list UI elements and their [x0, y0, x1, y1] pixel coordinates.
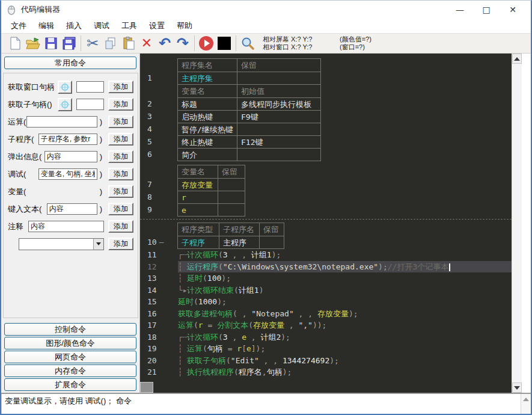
paste-icon[interactable]	[120, 34, 138, 52]
table-cell[interactable]: 多线程同步执行模板	[237, 97, 321, 111]
code-line-content[interactable]: ┆延时(100);	[178, 272, 512, 284]
add-button[interactable]: 添加	[108, 168, 133, 180]
table-cell[interactable]: r	[177, 191, 218, 204]
code-line-content[interactable]: ┆运行程序("C:\Windows\system32\notepad.exe")…	[178, 261, 512, 273]
menu-item-2[interactable]: 编辑	[32, 19, 60, 33]
table-cell[interactable]: 程序类型	[177, 223, 219, 236]
table-cell[interactable]	[237, 123, 321, 136]
table-cell[interactable]	[259, 236, 284, 249]
table-cell[interactable]: 标题	[177, 97, 237, 111]
table-cell[interactable]: 终止热键	[177, 135, 237, 149]
finder-crosshair-icon[interactable]	[58, 81, 72, 94]
table-cell[interactable]: F12键	[237, 135, 321, 149]
menu-item-1[interactable]: 文件	[5, 19, 32, 33]
table-cell[interactable]	[218, 191, 245, 204]
table-cell[interactable]: 简介	[177, 148, 237, 161]
open-file-icon[interactable]	[24, 34, 42, 52]
code-line-content[interactable]: ┆执行线程程序(程序名,句柄);	[178, 366, 512, 378]
code-line-content[interactable]: ┌┄计次循环(3 , e , 计组2);	[178, 331, 512, 343]
add-button[interactable]: 添加	[108, 115, 133, 128]
command-input[interactable]	[38, 134, 97, 145]
code-line-content[interactable]: ┌┄计次循环(3 , , 计组1);	[178, 249, 512, 261]
command-input[interactable]	[47, 203, 97, 215]
run-icon[interactable]	[197, 34, 215, 52]
table-cell[interactable]	[218, 203, 245, 217]
table-cell[interactable]: 暂停/继续热键	[177, 123, 237, 136]
command-input[interactable]	[44, 151, 97, 162]
category-common-commands[interactable]: 常用命令	[4, 57, 136, 69]
menu-item-3[interactable]: 插入	[60, 19, 88, 33]
table-cell[interactable]: 变量名	[177, 165, 218, 179]
horizontal-scrollbar-thumb[interactable]	[140, 382, 153, 393]
add-button[interactable]: 添加	[108, 150, 133, 163]
command-input[interactable]	[28, 221, 104, 232]
debug-scrollbar[interactable]	[521, 394, 531, 414]
save-icon[interactable]	[42, 34, 60, 52]
add-button[interactable]: 添加	[108, 133, 133, 146]
copy-icon[interactable]	[102, 34, 120, 52]
table-cell[interactable]: 子程序	[177, 236, 219, 249]
add-button[interactable]: 添加	[108, 220, 133, 233]
table-cell[interactable]	[218, 178, 245, 191]
save-all-icon[interactable]	[60, 34, 78, 52]
dropdown-arrow-icon[interactable]	[93, 239, 103, 250]
close-button[interactable]: ✕	[500, 2, 526, 17]
maximize-button[interactable]: □	[473, 2, 500, 17]
code-line-content[interactable]: 获取多进程句柄( , "Notepad" , , 存放变量);	[178, 308, 512, 320]
finder-crosshair-icon[interactable]	[58, 98, 72, 111]
code-line-content[interactable]: 延时(1000);	[178, 296, 512, 308]
undo-icon[interactable]: ↶	[156, 34, 174, 52]
table-cell[interactable]	[237, 148, 321, 161]
stop-icon[interactable]	[215, 34, 233, 52]
table-cell[interactable]: 初始值	[237, 84, 321, 98]
redo-icon[interactable]: ↷	[174, 34, 192, 52]
code-line-content[interactable]: ┆运算(句柄 = r[e]);	[178, 343, 512, 355]
category-button-2[interactable]: 图形/颜色命令	[4, 337, 136, 349]
table-cell[interactable]: 存放变量	[177, 178, 218, 191]
table-cell[interactable]	[237, 72, 321, 85]
code-editor[interactable]: 程序集名保留1主程序集变量名初始值2标题多线程同步执行模板3启动热键F9键4暂停…	[140, 54, 512, 393]
table-cell[interactable]: F9键	[237, 110, 321, 123]
table-cell[interactable]: 保留	[259, 223, 284, 236]
code-line-content[interactable]: └▸计次循环结束(计组1)	[178, 284, 512, 297]
delete-icon[interactable]: ✕	[138, 34, 156, 52]
command-input[interactable]	[76, 81, 104, 93]
table-cell[interactable]: 主程序	[219, 236, 260, 249]
add-button[interactable]: 添加	[108, 185, 133, 198]
search-icon[interactable]	[239, 34, 257, 52]
editor-vertical-scrollbar[interactable]	[512, 54, 522, 393]
line-number: 20	[140, 355, 178, 367]
add-button[interactable]: 添加	[108, 203, 133, 215]
command-dropdown[interactable]	[19, 238, 104, 250]
command-input[interactable]	[38, 168, 97, 180]
cut-icon[interactable]: ✂	[84, 34, 102, 52]
add-button[interactable]: 添加	[108, 238, 133, 250]
category-button-5[interactable]: 扩展命令	[4, 378, 136, 391]
code-line-content[interactable]: 运算(r = 分割文本(存放变量 , ","));	[178, 319, 512, 331]
table-cell[interactable]: 保留	[218, 165, 245, 179]
table-cell[interactable]: 子程序名	[219, 223, 260, 236]
menu-item-4[interactable]: 调试	[88, 19, 115, 33]
category-button-3[interactable]: 网页命令	[4, 351, 136, 363]
code-line-content[interactable]: ┆获取子句柄("Edit" , , 1344274692);	[178, 355, 512, 367]
add-button[interactable]: 添加	[108, 98, 133, 111]
menu-item-6[interactable]: 设置	[143, 19, 171, 33]
table-cell[interactable]: 保留	[237, 58, 321, 72]
table-cell[interactable]: 变量名	[177, 84, 237, 98]
minimize-button[interactable]: —	[447, 2, 473, 17]
category-button-4[interactable]: 内存命令	[4, 364, 136, 377]
table-cell[interactable]: e	[177, 203, 218, 217]
scroll-down-button[interactable]	[512, 383, 522, 393]
scrollbar-track[interactable]	[512, 64, 522, 383]
table-cell[interactable]: 程序集名	[177, 58, 237, 72]
scroll-up-button[interactable]	[512, 54, 522, 64]
add-button[interactable]: 添加	[108, 81, 133, 93]
command-input[interactable]	[26, 116, 97, 128]
new-file-icon[interactable]	[6, 34, 24, 52]
table-cell[interactable]: 主程序集	[177, 72, 237, 85]
menu-item-5[interactable]: 工具	[115, 19, 143, 33]
category-button-1[interactable]: 控制命令	[4, 323, 136, 336]
table-cell[interactable]: 启动热键	[177, 110, 237, 123]
menu-item-7[interactable]: 帮助	[171, 19, 198, 33]
command-input[interactable]	[76, 99, 104, 110]
